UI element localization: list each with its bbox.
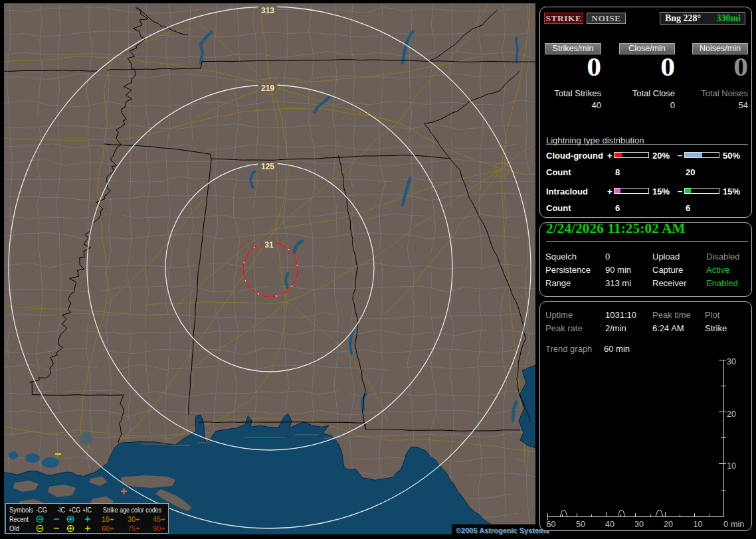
svg-text:40: 40 [605,520,614,529]
svg-text:50: 50 [576,520,585,529]
svg-text:20: 20 [664,520,673,529]
svg-text:+CG: +CG [68,506,80,514]
svg-text:219: 219 [261,84,274,93]
svg-text:30: 30 [634,520,644,529]
svg-text:20: 20 [727,410,736,419]
svg-text:60: 60 [547,520,556,529]
svg-text:-CG: -CG [36,506,47,514]
svg-text:Symbols: Symbols [9,506,33,514]
svg-text:+IC: +IC [82,506,92,514]
svg-text:75+: 75+ [128,524,140,532]
svg-text:Recent: Recent [9,515,29,523]
svg-text:30+: 30+ [128,515,140,523]
svg-text:10: 10 [694,520,703,529]
svg-text:min: min [731,520,744,529]
svg-text:125: 125 [261,162,274,171]
svg-text:90+: 90+ [153,524,165,532]
svg-text:Old: Old [9,524,19,532]
svg-text:15+: 15+ [102,515,114,523]
svg-text:0: 0 [723,520,728,529]
svg-text:30: 30 [727,357,736,366]
svg-text:313: 313 [261,6,274,15]
svg-text:60+: 60+ [102,524,114,532]
svg-text:10: 10 [727,461,736,471]
svg-text:45+: 45+ [153,515,165,523]
svg-text:-IC: -IC [57,506,65,514]
svg-text:Strike age color codes: Strike age color codes [103,506,161,514]
svg-text:31: 31 [264,240,274,250]
